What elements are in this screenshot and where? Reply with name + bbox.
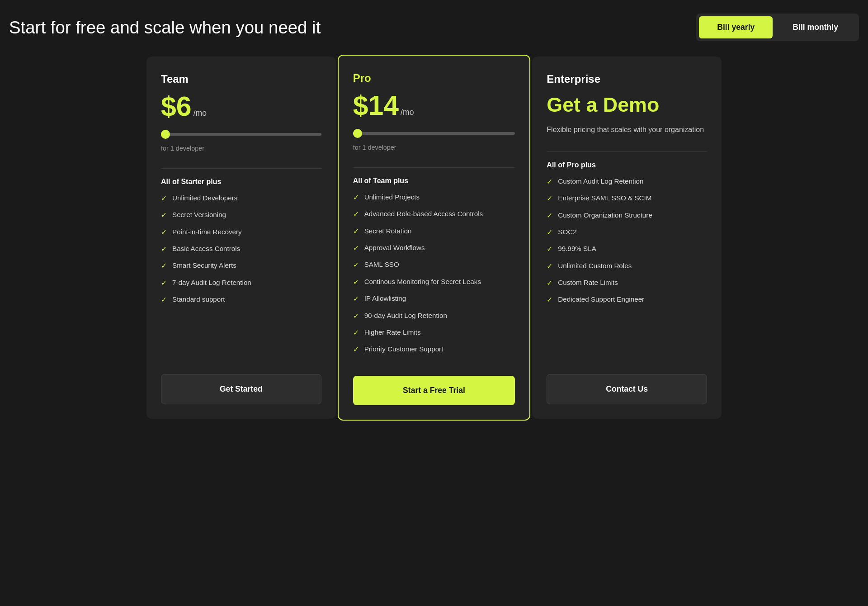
list-item: ✓Custom Audit Log Retention bbox=[547, 176, 707, 187]
check-icon: ✓ bbox=[161, 210, 167, 220]
check-icon: ✓ bbox=[161, 227, 167, 237]
page-title: Start for free and scale when you need i… bbox=[9, 18, 687, 38]
check-icon: ✓ bbox=[161, 295, 167, 305]
check-icon: ✓ bbox=[547, 295, 552, 305]
team-price-period: /mo bbox=[193, 109, 207, 118]
bill-yearly-button[interactable]: Bill yearly bbox=[699, 16, 773, 38]
check-icon: ✓ bbox=[547, 177, 552, 187]
list-item: ✓SAML SSO bbox=[353, 260, 515, 270]
team-features-heading: All of Starter plus bbox=[161, 178, 321, 186]
team-feature-2: Point-in-time Recovery bbox=[172, 227, 242, 237]
pro-slider-container[interactable] bbox=[353, 128, 515, 137]
team-price-row: $6 /mo bbox=[161, 93, 321, 120]
list-item: ✓Secret Versioning bbox=[161, 210, 321, 220]
pro-feature-4: SAML SSO bbox=[364, 260, 399, 269]
list-item: ✓7-day Audit Log Retention bbox=[161, 278, 321, 288]
pro-feature-7: 90-day Audit Log Retention bbox=[364, 311, 447, 320]
enterprise-feature-4: 99.99% SLA bbox=[558, 244, 596, 253]
team-developer-slider[interactable] bbox=[161, 133, 321, 136]
enterprise-cta-button[interactable]: Contact Us bbox=[547, 374, 707, 404]
check-icon: ✓ bbox=[353, 243, 359, 253]
check-icon: ✓ bbox=[353, 260, 359, 270]
team-slider-label: for 1 developer bbox=[161, 145, 321, 152]
list-item: ✓Custom Rate Limits bbox=[547, 278, 707, 288]
check-icon: ✓ bbox=[547, 278, 552, 288]
list-item: ✓Point-in-time Recovery bbox=[161, 227, 321, 237]
team-slider-container[interactable] bbox=[161, 129, 321, 137]
list-item: ✓Advanced Role-based Access Controls bbox=[353, 209, 515, 219]
billing-toggle: Bill yearly Bill monthly bbox=[696, 14, 859, 41]
enterprise-plan-card: Enterprise Get a Demo Flexible pricing t… bbox=[532, 57, 722, 419]
check-icon: ✓ bbox=[353, 277, 359, 287]
pro-feature-6: IP Allowlisting bbox=[364, 294, 406, 303]
pro-feature-8: Higher Rate Limits bbox=[364, 327, 421, 337]
enterprise-demo-label: Get a Demo bbox=[547, 93, 707, 117]
list-item: ✓Continous Monitoring for Secret Leaks bbox=[353, 277, 515, 287]
enterprise-feature-6: Custom Rate Limits bbox=[558, 278, 618, 287]
list-item: ✓Unlimited Projects bbox=[353, 192, 515, 203]
pro-price-amount: $14 bbox=[353, 92, 399, 119]
check-icon: ✓ bbox=[547, 211, 552, 221]
list-item: ✓Smart Security Alerts bbox=[161, 260, 321, 271]
enterprise-feature-7: Dedicated Support Engineer bbox=[558, 294, 644, 304]
pro-plan-name: Pro bbox=[353, 72, 515, 85]
pro-developer-slider[interactable] bbox=[353, 132, 515, 135]
pro-feature-2: Secret Rotation bbox=[364, 226, 412, 236]
check-icon: ✓ bbox=[353, 311, 359, 321]
list-item: ✓Priority Customer Support bbox=[353, 344, 515, 355]
team-divider bbox=[161, 168, 321, 169]
check-icon: ✓ bbox=[161, 244, 167, 254]
check-icon: ✓ bbox=[353, 294, 359, 304]
check-icon: ✓ bbox=[161, 261, 167, 271]
page-header: Start for free and scale when you need i… bbox=[9, 14, 859, 41]
check-icon: ✓ bbox=[547, 261, 552, 271]
pro-feature-5: Continous Monitoring for Secret Leaks bbox=[364, 277, 481, 286]
check-icon: ✓ bbox=[547, 244, 552, 254]
enterprise-plan-name: Enterprise bbox=[547, 73, 707, 85]
pro-feature-9: Priority Customer Support bbox=[364, 344, 443, 354]
team-plan-name: Team bbox=[161, 73, 321, 85]
enterprise-divider bbox=[547, 152, 707, 152]
team-cta-button[interactable]: Get Started bbox=[161, 374, 321, 404]
list-item: ✓SOC2 bbox=[547, 227, 707, 237]
team-plan-card: Team $6 /mo for 1 developer All of Start… bbox=[146, 57, 336, 419]
enterprise-feature-5: Unlimited Custom Roles bbox=[558, 261, 632, 270]
pro-plan-card: Pro $14 /mo for 1 developer All of Team … bbox=[338, 55, 531, 421]
team-feature-4: Smart Security Alerts bbox=[172, 260, 236, 270]
plans-container: Team $6 /mo for 1 developer All of Start… bbox=[145, 55, 723, 421]
enterprise-feature-0: Custom Audit Log Retention bbox=[558, 176, 643, 186]
pro-price-row: $14 /mo bbox=[353, 92, 515, 119]
list-item: ✓Custom Organization Structure bbox=[547, 210, 707, 221]
pro-features-list: ✓Unlimited Projects ✓Advanced Role-based… bbox=[353, 192, 515, 361]
enterprise-features-list: ✓Custom Audit Log Retention ✓Enterprise … bbox=[547, 176, 707, 360]
list-item: ✓Enterprise SAML SSO & SCIM bbox=[547, 193, 707, 204]
bill-monthly-button[interactable]: Bill monthly bbox=[774, 16, 856, 38]
enterprise-feature-2: Custom Organization Structure bbox=[558, 210, 652, 220]
pro-feature-1: Advanced Role-based Access Controls bbox=[364, 209, 483, 218]
pro-cta-button[interactable]: Start a Free Trial bbox=[353, 376, 515, 405]
enterprise-feature-1: Enterprise SAML SSO & SCIM bbox=[558, 193, 651, 203]
list-item: ✓IP Allowlisting bbox=[353, 294, 515, 304]
pro-feature-3: Approval Workflows bbox=[364, 243, 425, 252]
check-icon: ✓ bbox=[353, 193, 359, 203]
pro-features-heading: All of Team plus bbox=[353, 177, 515, 185]
enterprise-features-heading: All of Pro plus bbox=[547, 161, 707, 169]
team-feature-0: Unlimited Developers bbox=[172, 193, 237, 203]
enterprise-description: Flexible pricing that scales with your o… bbox=[547, 124, 707, 135]
pro-feature-0: Unlimited Projects bbox=[364, 192, 420, 202]
team-feature-3: Basic Access Controls bbox=[172, 244, 240, 253]
list-item: ✓Approval Workflows bbox=[353, 243, 515, 253]
enterprise-feature-3: SOC2 bbox=[558, 227, 576, 237]
list-item: ✓Higher Rate Limits bbox=[353, 327, 515, 338]
check-icon: ✓ bbox=[353, 328, 359, 338]
pro-slider-label: for 1 developer bbox=[353, 144, 515, 151]
list-item: ✓90-day Audit Log Retention bbox=[353, 311, 515, 321]
check-icon: ✓ bbox=[547, 227, 552, 237]
list-item: ✓99.99% SLA bbox=[547, 244, 707, 254]
team-features-list: ✓Unlimited Developers ✓Secret Versioning… bbox=[161, 193, 321, 360]
list-item: ✓Basic Access Controls bbox=[161, 244, 321, 254]
check-icon: ✓ bbox=[547, 194, 552, 204]
check-icon: ✓ bbox=[161, 194, 167, 204]
check-icon: ✓ bbox=[353, 345, 359, 355]
check-icon: ✓ bbox=[353, 227, 359, 237]
